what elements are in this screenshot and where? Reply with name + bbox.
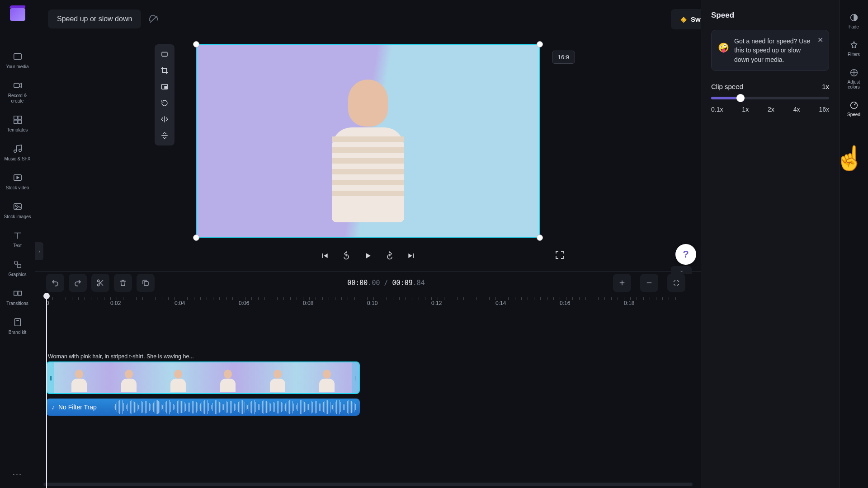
graphics-icon	[13, 259, 23, 269]
nav-your-media[interactable]: Your media	[3, 46, 32, 75]
rail-label: Filters	[848, 52, 860, 57]
clip-handle-right[interactable]: ǁ	[352, 362, 359, 393]
resize-handle-br[interactable]	[537, 235, 543, 241]
speed-mark: 16x	[819, 106, 829, 113]
zoom-out-button[interactable]	[640, 274, 658, 292]
zoom-in-button[interactable]	[613, 274, 631, 292]
help-button[interactable]: ?	[675, 244, 696, 265]
waveform	[114, 400, 355, 414]
nav-label: Record & create	[3, 93, 32, 104]
svg-rect-3	[18, 116, 21, 119]
nav-label: Transitions	[6, 301, 28, 306]
nav-stock-video[interactable]: Stock video	[3, 167, 32, 196]
timeline-ruler[interactable]: 0 0:02 0:04 0:06 0:08 0:10 0:12 0:14 0:1…	[46, 297, 690, 310]
svg-point-11	[14, 261, 17, 264]
nav-text[interactable]: Text	[3, 225, 32, 254]
ruler-mark: 0:18	[624, 300, 634, 306]
rail-filters[interactable]: Filters	[841, 35, 867, 62]
delete-button[interactable]	[114, 274, 132, 292]
svg-rect-22	[144, 282, 148, 286]
play-button[interactable]	[362, 249, 374, 262]
time-current: 00:00	[347, 279, 368, 287]
ruler-mark: 0:02	[110, 300, 121, 306]
skip-start-button[interactable]	[318, 249, 331, 262]
cloud-sync-icon[interactable]	[147, 13, 160, 25]
fullscreen-button[interactable]	[554, 249, 565, 260]
svg-rect-14	[18, 291, 21, 295]
rail-adjust-colors[interactable]: Adjust colors	[841, 62, 867, 95]
svg-point-7	[19, 149, 21, 152]
svg-point-6	[14, 150, 16, 153]
timeline[interactable]: 0 0:02 0:04 0:06 0:08 0:10 0:12 0:14 0:1…	[35, 294, 701, 488]
playhead[interactable]	[46, 296, 47, 488]
nav-brand-kit[interactable]: Brand kit	[3, 312, 32, 341]
transitions-icon	[13, 288, 23, 298]
nav-label: Stock images	[4, 214, 31, 220]
rail-fade[interactable]: Fade	[841, 7, 867, 35]
svg-rect-15	[14, 319, 20, 326]
ruler-mark: 0:06	[239, 300, 249, 306]
speed-slider[interactable]	[711, 97, 829, 99]
timeline-scrollbar[interactable]	[43, 483, 693, 486]
text-icon	[13, 230, 23, 240]
speed-mark: 1x	[742, 106, 749, 113]
step-back-button[interactable]	[340, 249, 353, 262]
collapse-timeline-button[interactable]: ⌄	[671, 266, 692, 274]
duplicate-button[interactable]	[137, 274, 155, 292]
clip-handle-left[interactable]: ǁ	[47, 362, 54, 393]
rotate-tool[interactable]	[157, 96, 172, 110]
step-fwd-button[interactable]	[383, 249, 396, 262]
app-logo[interactable]	[10, 8, 25, 21]
flip-v-tool[interactable]	[157, 128, 172, 143]
flip-h-tool[interactable]	[157, 112, 172, 127]
ruler-mark: 0:16	[560, 300, 570, 306]
svg-rect-4	[14, 120, 17, 123]
close-tip-button[interactable]: ✕	[817, 35, 823, 45]
resize-handle-tr[interactable]	[537, 41, 543, 47]
project-title[interactable]: Speed up or slow down	[48, 9, 141, 28]
pip-tool[interactable]	[157, 80, 172, 94]
nav-music-sfx[interactable]: Music & SFX	[3, 138, 32, 167]
redo-button[interactable]	[69, 274, 87, 292]
zoom-fit-button[interactable]	[667, 274, 685, 292]
preview-wrap	[196, 44, 540, 238]
svg-rect-2	[14, 116, 17, 119]
nav-label: Text	[13, 243, 21, 249]
crop-tool[interactable]	[157, 63, 172, 78]
aspect-ratio-badge[interactable]: 16:9	[552, 51, 575, 64]
audio-clip[interactable]: ♪ No Filter Trap	[46, 399, 360, 416]
clip-speed-value: 1x	[822, 83, 829, 90]
rail-speed[interactable]: Speed	[841, 95, 867, 122]
svg-line-16	[150, 16, 157, 23]
video-clip[interactable]: ǁ ǁ	[46, 361, 360, 394]
resize-handle-bl[interactable]	[193, 235, 199, 241]
speed-panel: Speed 🤪 Got a need for speed? Use this t…	[701, 0, 839, 488]
nav-more[interactable]: ···	[13, 469, 22, 479]
racing-emoji-icon: 🤪	[718, 41, 729, 54]
tip-text: Got a need for speed? Use this to speed …	[734, 38, 810, 63]
nav-transitions[interactable]: Transitions	[3, 283, 32, 312]
undo-button[interactable]	[46, 274, 64, 292]
time-current-sub: .00	[368, 279, 380, 287]
brandkit-icon	[13, 317, 23, 327]
speed-tip: 🤪 Got a need for speed? Use this to spee…	[711, 30, 829, 71]
time-total: 00:09	[392, 279, 413, 287]
nav-label: Stock video	[6, 185, 29, 191]
split-button[interactable]	[91, 274, 109, 292]
nav-graphics[interactable]: Graphics	[3, 254, 32, 283]
ruler-mark: 0:08	[303, 300, 313, 306]
skip-end-button[interactable]	[405, 249, 418, 262]
svg-rect-17	[162, 52, 167, 56]
fit-tool[interactable]	[157, 47, 172, 61]
svg-point-10	[15, 205, 17, 206]
video-preview[interactable]	[196, 44, 540, 238]
nav-templates[interactable]: Templates	[3, 109, 32, 138]
resize-handle-tl[interactable]	[193, 41, 199, 47]
nav-label: Templates	[7, 127, 28, 133]
ruler-mark: 0:12	[431, 300, 442, 306]
nav-record-create[interactable]: Record & create	[3, 75, 32, 109]
nav-stock-images[interactable]: Stock images	[3, 196, 32, 225]
panel-title: Speed	[711, 11, 829, 20]
audio-clip-name: No Filter Trap	[58, 404, 97, 411]
slider-thumb[interactable]	[736, 94, 745, 102]
